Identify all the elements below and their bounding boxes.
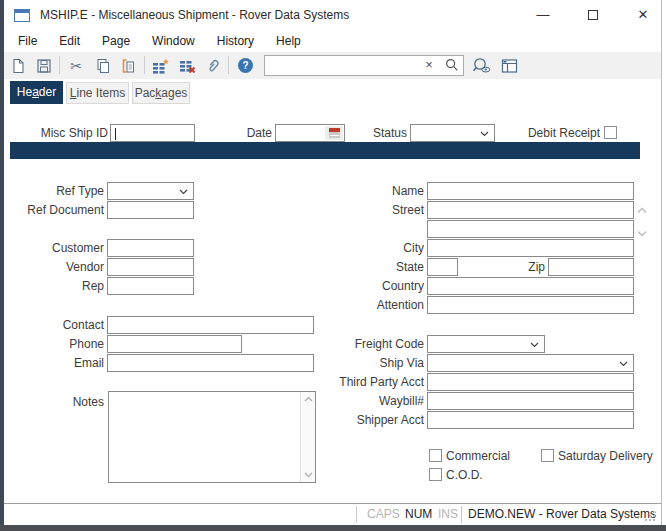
debit-receipt-label: Debit Receipt — [510, 124, 600, 142]
toolbar-separator — [228, 56, 229, 74]
tab-label-part: der — [39, 85, 56, 99]
commercial-label: Commercial — [446, 449, 510, 463]
city-input[interactable] — [427, 239, 634, 257]
third-party-acct-label: Third Party Acct — [330, 373, 424, 391]
text-caret — [115, 128, 116, 140]
tab-label-part: ages — [161, 86, 187, 100]
save-button[interactable] — [32, 54, 56, 77]
phone-label: Phone — [8, 335, 104, 353]
toolbar: ✂ ? × — [4, 52, 661, 79]
notes-textarea[interactable] — [108, 391, 316, 483]
tab-line-items[interactable]: Line Items — [66, 82, 129, 104]
help-button[interactable]: ? — [233, 54, 257, 77]
close-button[interactable]: ✕ — [620, 0, 666, 30]
rep-input[interactable] — [107, 277, 194, 295]
menu-history[interactable]: History — [206, 30, 265, 52]
search-preview-button[interactable] — [470, 54, 494, 77]
insert-rows-button[interactable] — [148, 54, 172, 77]
chevron-down-icon — [530, 342, 539, 348]
date-input[interactable] — [275, 124, 345, 142]
minimize-icon: — — [537, 7, 550, 22]
attention-input[interactable] — [427, 296, 634, 314]
desktop-edge-strip — [0, 0, 4, 531]
contact-input[interactable] — [107, 316, 314, 334]
toolbar-search-box: × — [264, 55, 464, 76]
saturday-delivery-label: Saturday Delivery — [558, 449, 653, 463]
vendor-input[interactable] — [107, 258, 194, 276]
customer-label: Customer — [8, 239, 104, 257]
statusbar: CAPS NUM INS DEMO.NEW - Rover Data Syste… — [4, 503, 661, 525]
street-label: Street — [330, 201, 424, 219]
ref-type-dropdown[interactable] — [107, 182, 194, 200]
delete-rows-button[interactable] — [175, 54, 199, 77]
customer-input[interactable] — [107, 239, 194, 257]
commercial-checkbox[interactable] — [429, 449, 442, 462]
ship-via-dropdown[interactable] — [427, 354, 634, 372]
menu-file[interactable]: File — [7, 30, 48, 52]
search-icon[interactable] — [445, 58, 459, 72]
help-icon: ? — [237, 57, 254, 74]
ins-indicator: INS — [438, 504, 458, 525]
email-label: Email — [8, 354, 104, 372]
notes-scrollbar[interactable] — [300, 392, 315, 482]
maximize-button[interactable] — [570, 0, 616, 30]
email-input[interactable] — [107, 354, 314, 372]
status-dropdown[interactable] — [410, 124, 495, 142]
search-clear-icon[interactable]: × — [421, 56, 437, 75]
phone-input[interactable] — [107, 335, 242, 353]
cod-checkbox[interactable] — [429, 468, 442, 481]
menu-edit[interactable]: Edit — [48, 30, 91, 52]
tab-header[interactable]: Header — [10, 81, 63, 104]
street-input-1[interactable] — [427, 201, 634, 219]
paste-button[interactable] — [116, 54, 140, 77]
paste-icon — [120, 58, 136, 74]
shipper-acct-input[interactable] — [427, 411, 634, 429]
waybill-input[interactable] — [427, 392, 634, 410]
maximize-icon — [588, 10, 598, 20]
street-scroll-up-icon[interactable] — [637, 203, 647, 217]
menu-window[interactable]: Window — [141, 30, 206, 52]
tab-packages[interactable]: Packages — [132, 82, 190, 104]
window-title: MSHIP.E - Miscellaneous Shipment - Rover… — [40, 0, 349, 30]
minimize-button[interactable]: — — [520, 0, 566, 30]
new-document-button[interactable] — [6, 54, 30, 77]
cod-label: C.O.D. — [446, 468, 483, 482]
scroll-down-icon[interactable] — [301, 468, 316, 482]
menu-help[interactable]: Help — [265, 30, 312, 52]
street-input-2[interactable] — [427, 220, 634, 238]
city-label: City — [330, 239, 424, 257]
chevron-down-icon — [179, 189, 188, 195]
application-window: MSHIP.E - Miscellaneous Shipment - Rover… — [0, 0, 666, 531]
saturday-delivery-checkbox[interactable] — [541, 449, 554, 462]
new-document-icon — [10, 58, 26, 74]
freight-code-dropdown[interactable] — [427, 335, 545, 353]
cut-button[interactable]: ✂ — [64, 54, 88, 77]
menubar: File Edit Page Window History Help — [4, 30, 661, 52]
chevron-down-icon — [480, 131, 489, 137]
tab-label-part: ine Items — [77, 86, 126, 100]
state-input[interactable] — [427, 258, 458, 276]
tab-label-part: Pac — [135, 86, 156, 100]
misc-ship-id-input[interactable] — [110, 124, 195, 142]
country-label: Country — [330, 277, 424, 295]
ref-document-input[interactable] — [107, 201, 194, 219]
third-party-acct-input[interactable] — [427, 373, 634, 391]
date-label: Date — [210, 124, 272, 142]
zip-input[interactable] — [548, 258, 634, 276]
search-input[interactable] — [267, 57, 427, 74]
menu-page[interactable]: Page — [91, 30, 141, 52]
tab-label-part: He — [17, 85, 32, 99]
session-indicator: DEMO.NEW - Rover Data Systems — [468, 504, 656, 525]
resize-grip[interactable] — [643, 509, 655, 521]
misc-ship-id-label: Misc Ship ID — [8, 124, 108, 142]
street-scroll-down-icon[interactable] — [637, 226, 647, 240]
name-input[interactable] — [427, 182, 634, 200]
debit-receipt-checkbox[interactable] — [604, 126, 617, 139]
layout-panel-button[interactable] — [497, 54, 521, 77]
section-divider-bar — [10, 142, 640, 159]
zip-label: Zip — [480, 258, 545, 276]
copy-button[interactable] — [91, 54, 115, 77]
country-input[interactable] — [427, 277, 634, 295]
scroll-up-icon[interactable] — [301, 392, 316, 406]
attach-button[interactable] — [201, 54, 225, 77]
